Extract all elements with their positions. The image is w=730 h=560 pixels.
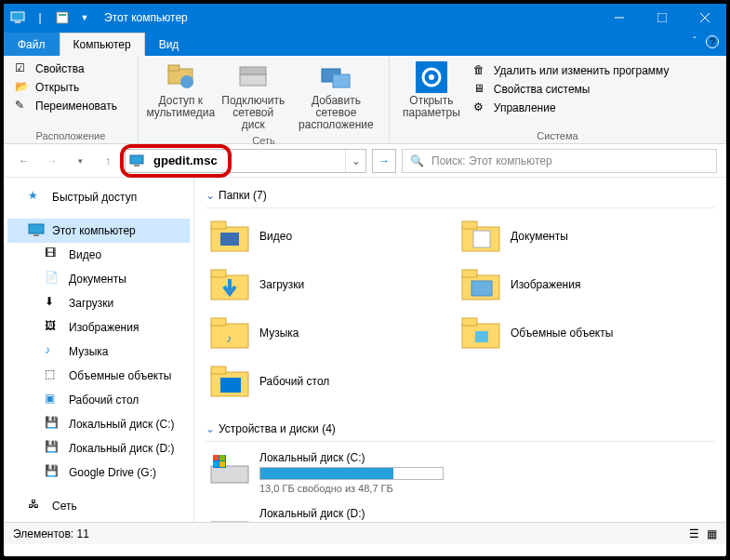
minimize-button[interactable] (598, 4, 641, 32)
ribbon-tabs: Файл Компьютер Вид ˆ ? (4, 32, 726, 56)
tab-computer[interactable]: Компьютер (60, 33, 145, 56)
svg-rect-34 (211, 318, 226, 326)
folder-music[interactable]: ♪Музыка (206, 311, 429, 355)
ribbon-collapse[interactable]: ˆ ? (693, 35, 719, 48)
group-system-label: Система (397, 128, 718, 141)
window-title: Этот компьютер (99, 11, 598, 24)
picture-icon: 🖼 (45, 319, 61, 336)
pc-small-icon (126, 153, 148, 168)
sidebar-3d[interactable]: ⬚Объемные объекты (7, 364, 190, 388)
sidebar-documents[interactable]: 📄Документы (7, 267, 190, 291)
map-drive-label: Подключить сетевой диск (221, 95, 285, 131)
disk-icon: 💾 (45, 440, 61, 457)
properties-button: ☑Свойства (11, 60, 130, 78)
tab-view[interactable]: Вид (145, 33, 193, 56)
folder-label: Документы (511, 230, 568, 243)
folder-videos[interactable]: Видео (206, 214, 429, 259)
sidebar-label: Локальный диск (C:) (69, 418, 175, 431)
up-button[interactable]: ↑ (97, 150, 119, 172)
forward-button[interactable]: → (41, 150, 63, 172)
sidebar-quick-access[interactable]: ★Быстрый доступ (7, 185, 190, 209)
drives-grid: Локальный диск (C:) 13,0 ГБ свободно из … (206, 447, 715, 522)
open-button: 📂Открыть (11, 78, 130, 97)
svg-rect-14 (333, 74, 350, 87)
desktop-icon: ▣ (45, 392, 61, 408)
rename-button: ✎Переименовать (11, 97, 130, 115)
drive-c[interactable]: Локальный диск (C:) 13,0 ГБ свободно из … (206, 447, 447, 498)
details-view-button[interactable]: ☰ (689, 527, 699, 540)
network-icon: 🖧 (28, 498, 45, 514)
svg-rect-41 (220, 378, 241, 393)
tiles-view-button[interactable]: ▦ (707, 527, 717, 540)
search-icon: 🔍 (410, 154, 424, 167)
sidebar-videos[interactable]: 🎞Видео (7, 243, 190, 267)
address-dropdown[interactable]: ⌄ (345, 150, 365, 172)
folders-grid: Видео Документы Загрузки Изображения ♪Му… (206, 214, 715, 404)
search-box[interactable]: 🔍 Поиск: Этот компьютер (402, 149, 717, 173)
sidebar-label: Быстрый доступ (52, 191, 137, 204)
properties-icon[interactable] (54, 9, 71, 26)
sidebar-this-pc[interactable]: Этот компьютер (7, 219, 190, 243)
uninstall-button[interactable]: 🗑Удалить или изменить программу (470, 61, 673, 80)
system-properties-button[interactable]: 🖥Свойства системы (470, 80, 673, 99)
folder-label: Рабочий стол (259, 375, 329, 388)
navigation-pane: ★Быстрый доступ Этот компьютер 🎞Видео 📄Д… (4, 178, 194, 522)
sidebar-disk-c[interactable]: 💾Локальный диск (C:) (7, 412, 190, 436)
add-network-button[interactable]: Добавить сетевое расположение (291, 60, 381, 133)
cube-icon: ⬚ (45, 367, 61, 384)
help-icon[interactable]: ? (706, 35, 719, 48)
map-drive-button[interactable]: Подключить сетевой диск (219, 60, 287, 133)
quick-access-toolbar: | ▼ (4, 9, 99, 26)
svg-point-10 (180, 75, 193, 88)
sidebar-downloads[interactable]: ⬇Загрузки (7, 291, 190, 315)
properties-label: Свойства (35, 62, 85, 75)
close-button[interactable] (684, 4, 726, 32)
sidebar-desktop[interactable]: ▣Рабочий стол (7, 388, 190, 412)
svg-rect-40 (211, 367, 226, 374)
address-bar[interactable]: ⌄ (125, 149, 366, 173)
go-button[interactable]: → (372, 149, 396, 173)
chevron-down-icon: ⌄ (206, 422, 215, 435)
open-settings-button[interactable]: Открыть параметры (397, 60, 466, 121)
media-access-button[interactable]: Доступ к мультимедиа (146, 60, 216, 121)
folder-icon (209, 266, 250, 303)
sidebar-label: Этот компьютер (52, 224, 136, 237)
tab-file[interactable]: Файл (4, 33, 60, 56)
folder-pictures[interactable]: Изображения (457, 262, 680, 307)
sidebar-pictures[interactable]: 🖼Изображения (7, 315, 190, 340)
recent-dropdown[interactable]: ▾ (69, 150, 91, 172)
folder-3d[interactable]: Объемные объекты (457, 311, 680, 355)
drive-icon (237, 61, 269, 93)
svg-rect-21 (33, 234, 39, 236)
folder-open-icon: 📂 (15, 80, 30, 95)
sidebar-disk-d[interactable]: 💾Локальный диск (D:) (7, 436, 190, 460)
media-access-label: Доступ к мультимедиа (146, 95, 215, 119)
sidebar-label: Локальный диск (D:) (69, 442, 175, 455)
devices-section-header[interactable]: ⌄Устройства и диски (4) (206, 417, 715, 442)
sidebar-label: Изображения (69, 321, 139, 334)
manage-button[interactable]: ⚙Управление (470, 99, 673, 117)
body: ★Быстрый доступ Этот компьютер 🎞Видео 📄Д… (4, 178, 726, 522)
manage-label: Управление (494, 101, 556, 114)
maximize-button[interactable] (641, 4, 684, 32)
sidebar-music[interactable]: ♪Музыка (7, 340, 190, 364)
sidebar-gdrive[interactable]: 💾Google Drive (G:) (7, 460, 190, 485)
drive-d[interactable]: Локальный диск (D:) 308 ГБ свободно из 4… (206, 503, 447, 522)
folder-desktop[interactable]: Рабочий стол (206, 359, 429, 404)
disk-icon: 💾 (45, 464, 61, 481)
address-input[interactable] (148, 153, 345, 167)
folder-downloads[interactable]: Загрузки (206, 262, 429, 307)
qat-dropdown-icon[interactable]: ▼ (76, 9, 93, 26)
qat-separator: | (32, 9, 48, 26)
folder-label: Загрузки (259, 278, 304, 291)
svg-rect-42 (211, 466, 248, 483)
address-row: ← → ▾ ↑ ⌄ → 🔍 Поиск: Этот компьютер (4, 144, 726, 178)
folders-section-header[interactable]: ⌄Папки (7) (206, 183, 715, 208)
svg-rect-44 (213, 455, 219, 460)
explorer-window: | ▼ Этот компьютер Файл Компьютер Вид ˆ … (0, 0, 730, 560)
folder-documents[interactable]: Документы (457, 214, 680, 259)
folder-label: Объемные объекты (511, 327, 613, 340)
svg-rect-29 (211, 270, 226, 277)
back-button[interactable]: ← (13, 150, 35, 172)
sidebar-network[interactable]: 🖧Сеть (7, 494, 190, 518)
